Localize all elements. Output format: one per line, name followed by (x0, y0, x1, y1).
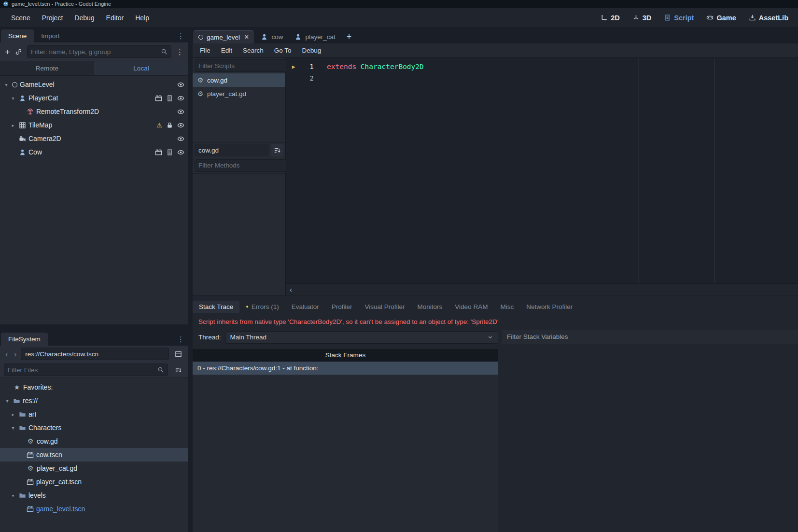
thread-dropdown[interactable]: Main Thread (225, 331, 498, 344)
fs-item-characters[interactable]: ▾ Characters (0, 421, 188, 434)
history-forward-icon[interactable]: › (13, 350, 18, 358)
collapse-arrow-icon[interactable]: ▾ (10, 96, 16, 101)
menu-editor[interactable]: Editor (101, 11, 129, 25)
main-menubar: Scene Project Debug Editor Help 2D 3D Sc… (0, 8, 798, 28)
fs-item-game-level-tscn[interactable]: game_level.tscn (0, 502, 188, 516)
script-menu-goto[interactable]: Go To (269, 45, 297, 56)
menu-scene[interactable]: Scene (6, 11, 36, 25)
scene-tree-node-gamelevel[interactable]: ▾ GameLevel (0, 78, 188, 91)
current-path-input[interactable] (25, 350, 165, 358)
toggle-split-mode-button[interactable] (172, 348, 184, 360)
attached-script-icon[interactable] (166, 149, 173, 156)
add-node-button[interactable]: + (5, 47, 10, 56)
debugger-tab-visual-profiler[interactable]: Visual Profiler (359, 301, 411, 313)
visibility-eye-icon[interactable] (177, 108, 184, 115)
file-sort-button[interactable] (172, 364, 184, 376)
debugger-tab-video-ram[interactable]: Video RAM (448, 301, 494, 313)
instantiate-scene-button[interactable] (15, 48, 22, 56)
thread-row: Thread: Main Thread (193, 330, 498, 345)
collapse-arrow-icon[interactable]: ▾ (10, 425, 16, 431)
collapse-arrow-icon[interactable]: ▸ (10, 412, 16, 417)
filesystem-options-icon[interactable]: ⋮ (177, 336, 184, 343)
script-menu-search[interactable]: Search (238, 45, 269, 56)
stack-frame-row[interactable]: 0 - res://Characters/cow.gd:1 - at funct… (193, 362, 498, 375)
scene-tree-node-playercat[interactable]: ▾ PlayerCat (0, 91, 188, 105)
tab-filesystem[interactable]: FileSystem (1, 333, 48, 346)
remote-tab[interactable]: Remote (0, 61, 94, 75)
collapse-arrow-icon[interactable]: ▾ (10, 493, 16, 498)
fs-item-levels[interactable]: ▾ levels (0, 489, 188, 502)
workspace-script-button[interactable]: Script (660, 12, 698, 24)
menu-debug[interactable]: Debug (69, 11, 99, 25)
script-item-cow-gd[interactable]: ⚙ cow.gd (193, 73, 285, 87)
scene-instance-icon[interactable] (155, 95, 162, 102)
debugger-tab-errors[interactable]: ● Errors (1) (239, 301, 285, 313)
script-filter-input[interactable] (198, 62, 284, 70)
workspace-2d-button[interactable]: 2D (597, 12, 624, 24)
menu-project[interactable]: Project (37, 11, 69, 25)
local-tab[interactable]: Local (94, 61, 188, 75)
scene-tree-node-remotetransform2d[interactable]: RemoteTransform2D (0, 105, 188, 118)
new-scene-tab-button[interactable]: + (343, 32, 356, 43)
fs-item-art[interactable]: ▸ art (0, 407, 188, 421)
code-editor[interactable]: ▶ 1 extends CharacterBody2D 2 (286, 58, 798, 283)
tab-scene[interactable]: Scene (1, 29, 34, 42)
history-back-icon[interactable]: ‹ (4, 350, 10, 358)
debugger-tab-monitors[interactable]: Monitors (411, 301, 449, 313)
fs-item-res-root[interactable]: ▾ res:// (0, 394, 188, 407)
method-filter-input[interactable] (198, 162, 284, 169)
scene-tab-game-level[interactable]: game_level × (194, 30, 253, 43)
visibility-eye-icon[interactable] (177, 81, 184, 88)
scene-tree-options-icon[interactable]: ⋮ (176, 48, 183, 56)
visibility-eye-icon[interactable] (177, 95, 184, 102)
debugger-tab-evaluator[interactable]: Evaluator (285, 301, 325, 313)
workspace-3d-button[interactable]: 3D (629, 12, 656, 24)
method-sort-button[interactable] (271, 144, 283, 156)
lock-icon[interactable] (166, 122, 173, 129)
debugger-tab-network-profiler[interactable]: Network Profiler (520, 301, 579, 313)
debugger-tab-stack-trace[interactable]: Stack Trace (193, 301, 239, 313)
scene-tree-node-camera2d[interactable]: Camera2D (0, 132, 188, 145)
fs-item-cow-tscn[interactable]: cow.tscn (0, 448, 188, 462)
visibility-eye-icon[interactable] (177, 149, 184, 156)
workspace-game-button[interactable]: Game (702, 12, 740, 24)
dock-splitter[interactable] (0, 324, 188, 331)
fs-item-player-cat-tscn[interactable]: player_cat.tscn (0, 475, 188, 489)
debugger-tab-misc[interactable]: Misc (494, 301, 520, 313)
visibility-eye-icon[interactable] (177, 135, 184, 142)
scene-tree-node-tilemap[interactable]: ▸ TileMap ⚠ (0, 118, 188, 132)
line-number: 1 (301, 63, 314, 70)
camera-icon (19, 135, 26, 142)
warning-icon[interactable]: ⚠ (156, 122, 162, 129)
scene-tab-cow[interactable]: cow (256, 30, 287, 43)
scene-tree-node-cow[interactable]: Cow (0, 145, 188, 159)
code-line-1[interactable]: ▶ 1 extends CharacterBody2D (286, 61, 798, 72)
script-menu-debug[interactable]: Debug (297, 45, 327, 56)
fs-item-cow-gd[interactable]: ⚙ cow.gd (0, 434, 188, 448)
tab-import[interactable]: Import (34, 29, 67, 42)
scene-dock-options-icon[interactable]: ⋮ (177, 32, 184, 40)
scripts-panel-collapse-icon[interactable]: ‹ (290, 285, 292, 294)
scene-tab-player-cat[interactable]: player_cat (290, 30, 339, 43)
fs-item-player-cat-gd[interactable]: ⚙ player_cat.gd (0, 462, 188, 475)
collapse-arrow-icon[interactable]: ▸ (10, 123, 16, 128)
collapse-arrow-icon[interactable]: ▾ (3, 82, 10, 87)
script-menu-file[interactable]: File (195, 45, 216, 56)
stack-variables-filter-input[interactable] (507, 333, 793, 340)
collapse-arrow-icon[interactable]: ▾ (4, 398, 11, 404)
workspace-assetlib-button[interactable]: AssetLib (745, 12, 792, 24)
menu-help[interactable]: Help (130, 11, 154, 25)
folder-icon (19, 492, 26, 499)
attached-script-icon[interactable] (166, 95, 173, 102)
close-icon[interactable]: × (244, 33, 249, 41)
scene-instance-icon[interactable] (155, 149, 162, 156)
execution-arrow-icon[interactable]: ▶ (286, 64, 301, 70)
script-item-player-cat-gd[interactable]: ⚙ player_cat.gd (193, 87, 285, 100)
fs-item-favorites[interactable]: ★ Favorites: (0, 380, 188, 394)
file-filter-input[interactable] (8, 366, 154, 374)
scene-filter-input[interactable] (31, 48, 158, 56)
debugger-tab-profiler[interactable]: Profiler (325, 301, 359, 313)
code-line-2[interactable]: 2 (286, 72, 798, 84)
visibility-eye-icon[interactable] (177, 122, 184, 129)
script-menu-edit[interactable]: Edit (216, 45, 238, 56)
